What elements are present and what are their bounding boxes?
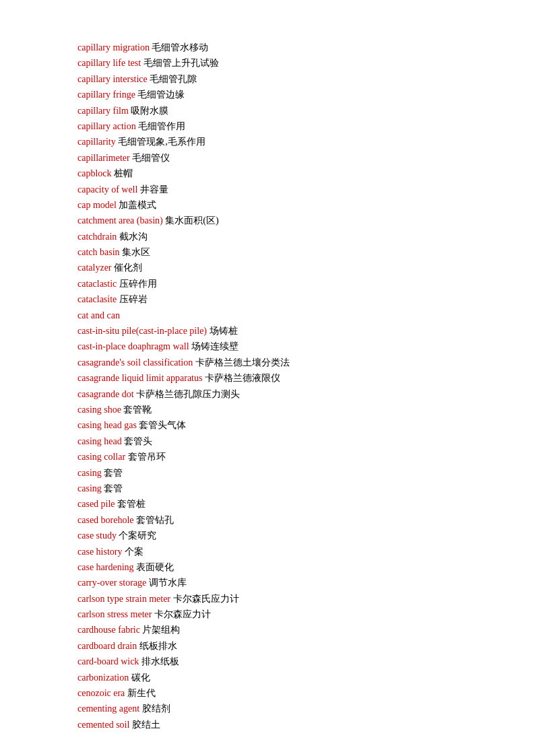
chinese-translation: 集水面积(区) xyxy=(163,215,219,226)
chinese-translation: 套管桩 xyxy=(115,499,146,509)
list-item: catchdrain 截水沟 xyxy=(77,230,508,244)
chinese-translation: 毛细管上升孔试验 xyxy=(141,58,219,68)
list-item: capillary fringe 毛细管边缘 xyxy=(77,88,508,102)
list-item: casing collar 套管吊环 xyxy=(77,450,508,465)
chinese-translation: 片架组构 xyxy=(140,625,181,635)
english-term: catchdrain xyxy=(77,232,117,242)
english-term: catchment area (basin) xyxy=(77,215,163,226)
english-term: carlson stress meter xyxy=(77,609,152,619)
list-item: casing 套管 xyxy=(77,466,508,481)
english-term: capillary film xyxy=(77,106,129,116)
list-item: carry-over storage 调节水库 xyxy=(77,576,508,590)
chinese-translation: 卡萨格兰德孔隙压力测头 xyxy=(134,389,241,399)
chinese-translation: 套管 xyxy=(102,468,123,478)
chinese-translation: 胶结土 xyxy=(129,720,160,730)
list-item: carbonization 碳化 xyxy=(77,671,508,685)
english-term: capillary migration xyxy=(77,42,150,53)
english-term: casing head gas xyxy=(77,420,137,430)
english-term: capillary life test xyxy=(77,58,141,68)
english-term: capillarity xyxy=(77,137,116,147)
chinese-translation: 集水区 xyxy=(120,247,151,257)
english-term: case study xyxy=(77,530,117,541)
list-item: capacity of well 井容量 xyxy=(77,182,508,197)
chinese-translation: 套管钻孔 xyxy=(134,515,175,525)
english-term: casing collar xyxy=(77,452,125,462)
list-item: casagrande's soil classification 卡萨格兰德土壤… xyxy=(77,355,508,370)
chinese-translation: 催化剂 xyxy=(112,263,143,273)
english-term: card-board wick xyxy=(77,656,139,666)
list-item: capillary film 吸附水膜 xyxy=(77,104,508,118)
list-item: cased pile 套管桩 xyxy=(77,497,508,512)
chinese-translation: 桩帽 xyxy=(112,168,133,178)
list-item: catchment area (basin) 集水面积(区) xyxy=(77,213,508,228)
chinese-translation: 卡尔森应力计 xyxy=(152,609,211,619)
chinese-translation: 新生代 xyxy=(125,688,156,698)
english-term: capillary action xyxy=(77,121,136,131)
chinese-translation: 纸板排水 xyxy=(137,641,177,651)
chinese-translation: 表面硬化 xyxy=(134,562,175,572)
chinese-translation: 卡尔森氏应力计 xyxy=(170,594,239,604)
chinese-translation: 场铸桩 xyxy=(207,326,238,336)
list-item: cat and can xyxy=(77,308,508,323)
chinese-translation: 井容量 xyxy=(137,184,168,195)
chinese-translation: 套管头气体 xyxy=(137,420,187,430)
english-term: cardhouse fabric xyxy=(77,625,140,635)
list-item: cardboard drain 纸板排水 xyxy=(77,639,508,654)
english-term: cemented soil xyxy=(77,720,129,730)
glossary-list: capillary migration 毛细管水移动capillary life… xyxy=(77,40,508,732)
english-term: casagrande dot xyxy=(77,389,134,399)
english-term: capillary interstice xyxy=(77,74,148,84)
chinese-translation: 吸附水膜 xyxy=(129,106,169,116)
list-item: case history 个案 xyxy=(77,545,508,559)
chinese-translation: 压碎作用 xyxy=(117,279,157,289)
english-term: cardboard drain xyxy=(77,641,137,651)
chinese-translation: 毛细管仪 xyxy=(130,153,170,163)
english-term: cenozoic era xyxy=(77,688,125,698)
list-item: cast-in-situ pile(cast-in-place pile) 场铸… xyxy=(77,324,508,339)
list-item: casagrande dot 卡萨格兰德孔隙压力测头 xyxy=(77,387,508,402)
english-term: capblock xyxy=(77,168,112,178)
list-item: cenozoic era 新生代 xyxy=(77,686,508,701)
chinese-translation: 套管靴 xyxy=(121,405,152,415)
list-item: case hardening 表面硬化 xyxy=(77,560,508,575)
chinese-translation: 碳化 xyxy=(129,673,150,683)
chinese-translation: 毛细管孔隙 xyxy=(148,74,197,84)
english-term: casing xyxy=(77,468,102,478)
english-term: cast-in-place doaphragm wall xyxy=(77,341,189,351)
english-term: case hardening xyxy=(77,562,134,572)
list-item: capillarimeter 毛细管仪 xyxy=(77,151,508,166)
list-item: carlson stress meter 卡尔森应力计 xyxy=(77,607,508,622)
english-term: cased borehole xyxy=(77,515,134,525)
list-item: cardhouse fabric 片架组构 xyxy=(77,623,508,638)
list-item: catalyzer 催化剂 xyxy=(77,261,508,275)
list-item: cataclasite 压碎岩 xyxy=(77,292,508,307)
list-item: cast-in-place doaphragm wall 场铸连续壁 xyxy=(77,339,508,354)
list-item: case study 个案研究 xyxy=(77,528,508,543)
english-term: cementing agent xyxy=(77,703,139,714)
list-item: capillary action 毛细管作用 xyxy=(77,119,508,134)
list-item: catch basin 集水区 xyxy=(77,245,508,260)
list-item: capillary life test 毛细管上升孔试验 xyxy=(77,56,508,71)
english-term: catch basin xyxy=(77,247,120,257)
chinese-translation: 排水纸板 xyxy=(139,656,179,666)
list-item: cemented soil 胶结土 xyxy=(77,718,508,732)
list-item: casing 套管 xyxy=(77,481,508,496)
english-term: cat and can xyxy=(77,310,120,320)
list-item: carlson type strain meter 卡尔森氏应力计 xyxy=(77,592,508,607)
english-term: carry-over storage xyxy=(77,578,146,588)
chinese-translation: 个案 xyxy=(122,547,144,557)
list-item: card-board wick 排水纸板 xyxy=(77,654,508,669)
english-term: cased pile xyxy=(77,499,115,509)
list-item: capillary migration 毛细管水移动 xyxy=(77,40,508,55)
chinese-translation: 毛细管作用 xyxy=(136,121,186,131)
list-item: cementing agent 胶结剂 xyxy=(77,701,508,716)
english-term: capacity of well xyxy=(77,184,137,195)
chinese-translation: 套管头 xyxy=(122,436,153,446)
english-term: casing xyxy=(77,483,102,493)
list-item: cased borehole 套管钻孔 xyxy=(77,513,508,528)
chinese-translation: 胶结剂 xyxy=(139,703,170,714)
english-term: case history xyxy=(77,547,122,557)
english-term: cap model xyxy=(77,200,117,210)
list-item: capillarity 毛细管现象,毛系作用 xyxy=(77,135,508,149)
english-term: capillary fringe xyxy=(77,90,135,100)
